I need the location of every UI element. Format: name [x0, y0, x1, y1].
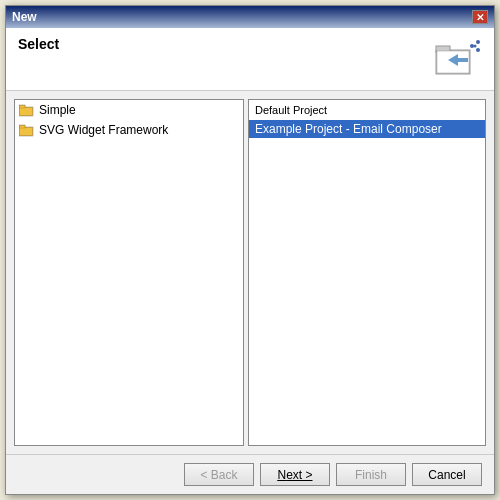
- back-button[interactable]: < Back: [184, 463, 254, 486]
- folder-icon-svg-widget: [19, 122, 35, 138]
- folder-icon-simple: [19, 102, 35, 118]
- dialog-title: New: [12, 10, 37, 24]
- svg-rect-14: [20, 128, 33, 136]
- svg-point-5: [476, 48, 480, 52]
- dialog-footer: < Back Next > Finish Cancel: [6, 454, 494, 494]
- svg-point-6: [474, 45, 477, 48]
- list-item-email-composer[interactable]: Example Project - Email Composer: [249, 120, 485, 138]
- header-title: Select: [18, 36, 59, 52]
- dialog-header: Select: [6, 28, 494, 91]
- title-bar: New ✕: [6, 6, 494, 28]
- cancel-button[interactable]: Cancel: [412, 463, 482, 486]
- tree-item-svg-widget[interactable]: SVG Widget Framework: [15, 120, 243, 140]
- finish-button[interactable]: Finish: [336, 463, 406, 486]
- close-button[interactable]: ✕: [472, 10, 488, 24]
- svg-rect-10: [20, 108, 33, 116]
- next-button[interactable]: Next >: [260, 463, 330, 486]
- svg-point-3: [470, 44, 474, 48]
- svg-rect-11: [20, 106, 26, 109]
- tree-item-simple[interactable]: Simple: [15, 100, 243, 120]
- tree-item-svg-widget-label: SVG Widget Framework: [39, 123, 168, 137]
- tree-item-simple-label: Simple: [39, 103, 76, 117]
- header-icon: [434, 36, 482, 84]
- left-panel: Simple SVG Widget Framework: [14, 99, 244, 446]
- right-panel: Default Project Example Project - Email …: [248, 99, 486, 446]
- svg-point-4: [476, 40, 480, 44]
- svg-rect-15: [20, 126, 26, 129]
- new-dialog: New ✕ Select: [5, 5, 495, 495]
- dialog-body: Simple SVG Widget Framework Default Proj…: [6, 91, 494, 454]
- right-panel-title: Default Project: [249, 100, 485, 120]
